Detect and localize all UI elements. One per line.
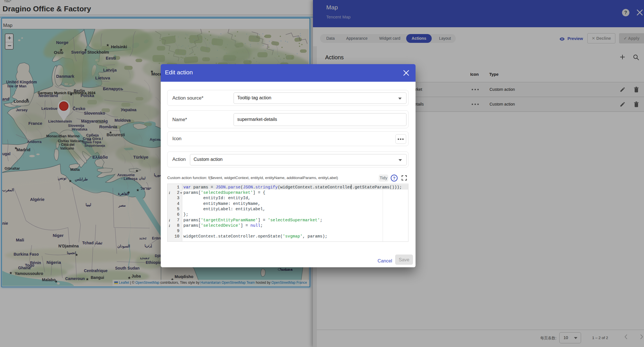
svg-text:?: ?	[393, 176, 395, 180]
